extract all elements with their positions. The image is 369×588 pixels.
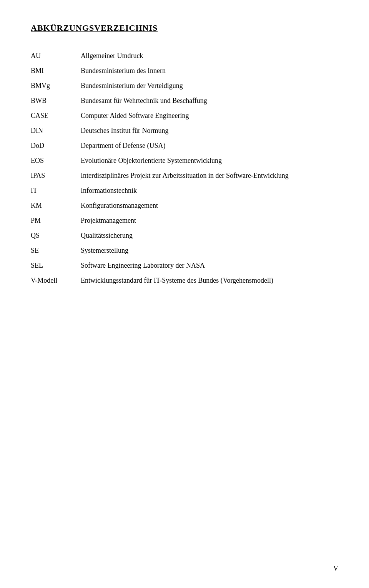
- abbreviation-definition: Qualitätssicherung: [81, 228, 338, 243]
- table-row: EOSEvolutionäre Objektorientierte System…: [31, 153, 338, 168]
- abbreviation-code: QS: [31, 228, 81, 243]
- table-row: IPASInterdisziplinäres Projekt zur Arbei…: [31, 168, 338, 183]
- abbreviation-code: V-Modell: [31, 273, 81, 288]
- abbreviation-definition: Bundesministerium des Innern: [81, 63, 338, 78]
- abbreviation-table: AUAllgemeiner UmdruckBMIBundesministeriu…: [31, 48, 338, 288]
- abbreviation-definition: Entwicklungsstandard für IT-Systeme des …: [81, 273, 338, 288]
- table-row: BMIBundesministerium des Innern: [31, 63, 338, 78]
- abbreviation-code: KM: [31, 198, 81, 213]
- abbreviation-definition: Software Engineering Laboratory der NASA: [81, 258, 338, 273]
- abbreviation-definition: Bundesministerium der Verteidigung: [81, 78, 338, 93]
- abbreviation-code: SE: [31, 243, 81, 258]
- abbreviation-definition: Interdisziplinäres Projekt zur Arbeitssi…: [81, 168, 338, 183]
- abbreviation-code: DoD: [31, 138, 81, 153]
- abbreviation-code: IT: [31, 183, 81, 198]
- abbreviation-definition: Projektmanagement: [81, 213, 338, 228]
- table-row: BMVgBundesministerium der Verteidigung: [31, 78, 338, 93]
- abbreviation-code: BMVg: [31, 78, 81, 93]
- abbreviation-definition: Bundesamt für Wehrtechnik und Beschaffun…: [81, 93, 338, 108]
- abbreviation-code: PM: [31, 213, 81, 228]
- table-row: ITInformationstechnik: [31, 183, 338, 198]
- abbreviation-definition: Allgemeiner Umdruck: [81, 48, 338, 63]
- abbreviation-code: EOS: [31, 153, 81, 168]
- abbreviation-code: CASE: [31, 108, 81, 123]
- abbreviation-code: SEL: [31, 258, 81, 273]
- abbreviation-definition: Konfigurationsmanagement: [81, 198, 338, 213]
- table-row: SESystemerstellung: [31, 243, 338, 258]
- table-row: AUAllgemeiner Umdruck: [31, 48, 338, 63]
- abbreviation-definition: Systemerstellung: [81, 243, 338, 258]
- abbreviation-definition: Department of Defense (USA): [81, 138, 338, 153]
- abbreviation-code: AU: [31, 48, 81, 63]
- table-row: QSQualitätssicherung: [31, 228, 338, 243]
- abbreviation-code: BWB: [31, 93, 81, 108]
- table-row: DoDDepartment of Defense (USA): [31, 138, 338, 153]
- table-row: CASEComputer Aided Software Engineering: [31, 108, 338, 123]
- table-row: V-ModellEntwicklungsstandard für IT-Syst…: [31, 273, 338, 288]
- abbreviation-code: BMI: [31, 63, 81, 78]
- abbreviation-definition: Computer Aided Software Engineering: [81, 108, 338, 123]
- table-row: DINDeutsches Institut für Normung: [31, 123, 338, 138]
- table-row: BWBBundesamt für Wehrtechnik und Beschaf…: [31, 93, 338, 108]
- table-row: SELSoftware Engineering Laboratory der N…: [31, 258, 338, 273]
- abbreviation-code: DIN: [31, 123, 81, 138]
- page-number: V: [333, 565, 338, 573]
- table-row: PMProjektmanagement: [31, 213, 338, 228]
- table-row: KMKonfigurationsmanagement: [31, 198, 338, 213]
- abbreviation-definition: Deutsches Institut für Normung: [81, 123, 338, 138]
- abbreviation-definition: Informationstechnik: [81, 183, 338, 198]
- abbreviation-code: IPAS: [31, 168, 81, 183]
- abbreviation-definition: Evolutionäre Objektorientierte Systement…: [81, 153, 338, 168]
- page-title: ABKÜRZUNGSVERZEICHNIS: [31, 23, 338, 33]
